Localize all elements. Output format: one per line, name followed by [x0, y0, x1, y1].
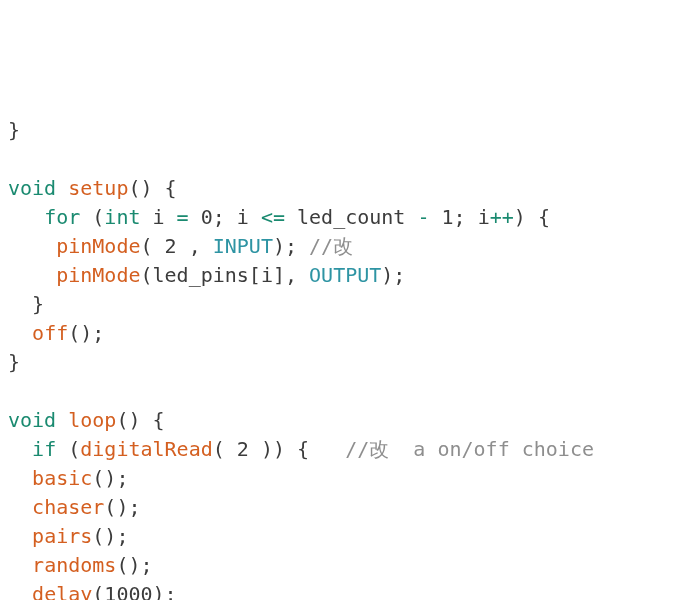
code-text: (); — [104, 495, 140, 519]
indent — [8, 437, 32, 461]
code-text: )) { — [249, 437, 345, 461]
code-text: } — [8, 350, 20, 374]
code-text: } — [32, 292, 44, 316]
function-name: off — [32, 321, 68, 345]
constant: INPUT — [213, 234, 273, 258]
keyword: void — [8, 176, 56, 200]
operator: ++ — [490, 205, 514, 229]
indent — [8, 321, 32, 345]
operator: <= — [261, 205, 285, 229]
keyword: void — [8, 408, 56, 432]
operator: - — [417, 205, 429, 229]
indent — [8, 234, 56, 258]
code-text: ; i — [454, 205, 490, 229]
function-name: setup — [68, 176, 128, 200]
indent — [8, 553, 32, 577]
code-text: (); — [92, 466, 128, 490]
indent — [8, 466, 32, 490]
code-text: (); — [116, 553, 152, 577]
code-text: ( — [213, 437, 237, 461]
code-text: () { — [128, 176, 176, 200]
code-text: () { — [116, 408, 164, 432]
function-name: pinMode — [56, 263, 140, 287]
function-name: delay — [32, 582, 92, 600]
code-text: led_count — [285, 205, 417, 229]
comment: //改 a on/off choice — [345, 437, 594, 461]
code-text — [430, 205, 442, 229]
code-text: ( — [140, 234, 164, 258]
function-name: pairs — [32, 524, 92, 548]
code-text: ) { — [514, 205, 598, 229]
function-name: pinMode — [56, 234, 140, 258]
code-text: ; i — [213, 205, 261, 229]
function-name: randoms — [32, 553, 116, 577]
code-text: ( — [80, 205, 104, 229]
comment: //改 — [309, 234, 353, 258]
indent — [8, 582, 32, 600]
number: 2 — [237, 437, 249, 461]
indent — [8, 292, 32, 316]
code-text: ( — [56, 437, 80, 461]
code-text: (); — [68, 321, 104, 345]
function-name: chaser — [32, 495, 104, 519]
code-text: ); — [153, 582, 177, 600]
code-text: ); — [381, 263, 405, 287]
code-text: ( — [92, 582, 104, 600]
indent — [8, 495, 32, 519]
function-name: loop — [68, 408, 116, 432]
indent — [8, 524, 32, 548]
function-name: basic — [32, 466, 92, 490]
indent — [8, 205, 44, 229]
number: 2 — [165, 234, 177, 258]
code-text — [56, 176, 68, 200]
code-text: ); — [273, 234, 309, 258]
function-name: digitalRead — [80, 437, 212, 461]
code-text — [56, 408, 68, 432]
keyword: for — [44, 205, 80, 229]
code-line: } — [8, 118, 20, 142]
keyword: int — [104, 205, 140, 229]
code-text: , — [177, 234, 213, 258]
code-text: (); — [92, 524, 128, 548]
code-text: (led_pins[i], — [140, 263, 309, 287]
constant: OUTPUT — [309, 263, 381, 287]
indent — [8, 263, 56, 287]
code-text — [189, 205, 201, 229]
keyword: if — [32, 437, 56, 461]
number: 1 — [442, 205, 454, 229]
number: 0 — [201, 205, 213, 229]
code-block: } void setup() { for (int i = 0; i <= le… — [0, 116, 673, 600]
operator: = — [177, 205, 189, 229]
number: 1000 — [104, 582, 152, 600]
code-text: i — [140, 205, 176, 229]
